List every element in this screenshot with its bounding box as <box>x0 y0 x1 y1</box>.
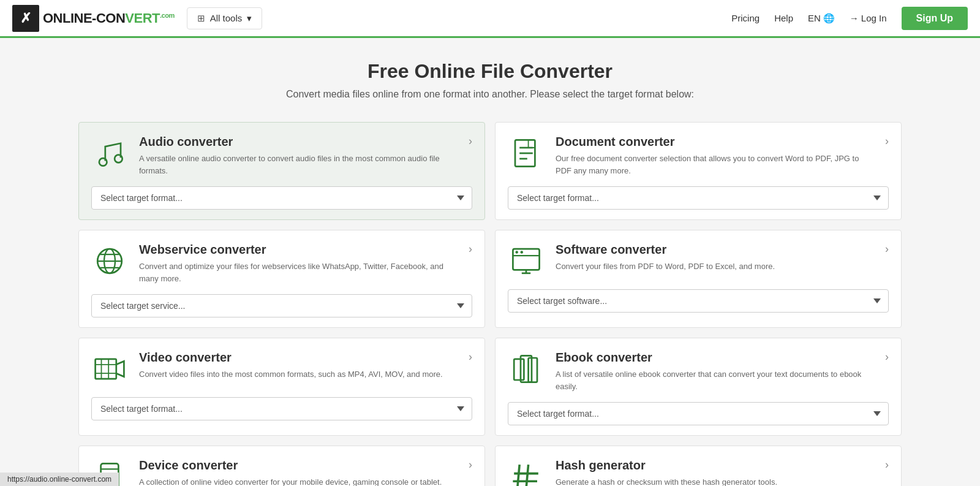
all-tools-button[interactable]: ⊞ All tools ▾ <box>187 7 263 29</box>
card-title: Hash generator <box>556 458 869 473</box>
webservice-icon <box>91 243 128 279</box>
chevron-right-icon: › <box>469 458 472 471</box>
svg-line-29 <box>518 465 520 486</box>
card-title: Document converter <box>556 135 869 149</box>
hash-icon <box>508 458 545 486</box>
all-tools-label: All tools <box>210 13 243 23</box>
pricing-link[interactable]: Pricing <box>731 13 760 23</box>
card-top: Ebook converter A list of versatile onli… <box>508 351 889 392</box>
hero-section: Free Online File Converter Convert media… <box>0 38 980 117</box>
globe-icon: 🌐 <box>823 13 835 24</box>
video-icon <box>91 351 128 387</box>
status-bar: https://audio.online-convert.com <box>0 473 119 486</box>
card-top: Audio converter A versatile online audio… <box>91 135 472 177</box>
card-desc: Generate a hash or checksum with these h… <box>556 476 869 486</box>
card-info: Hash generator Generate a hash or checks… <box>556 458 869 486</box>
card-title: Ebook converter <box>556 351 869 365</box>
page-title: Free Online File Converter <box>12 60 968 83</box>
nav-right: Pricing Help EN 🌐 → Log In Sign Up <box>731 7 968 30</box>
help-link[interactable]: Help <box>774 13 793 23</box>
svg-line-30 <box>526 465 529 486</box>
converter-card-device[interactable]: Device converter A collection of online … <box>78 446 485 486</box>
chevron-right-icon: › <box>469 243 472 256</box>
card-top: Software converter Convert your files fr… <box>508 243 889 279</box>
card-info: Audio converter A versatile online audio… <box>139 135 453 177</box>
card-top: Video converter Convert video files into… <box>91 351 472 387</box>
card-info: Software converter Convert your files fr… <box>556 243 869 273</box>
converter-card-hash[interactable]: Hash generator Generate a hash or checks… <box>495 446 902 486</box>
svg-point-15 <box>515 251 518 254</box>
chevron-down-icon: ▾ <box>247 13 252 24</box>
login-arrow-icon: → <box>850 13 859 23</box>
card-desc: A collection of online video converter f… <box>139 476 453 486</box>
card-info: Video converter Convert video files into… <box>139 351 453 381</box>
card-desc: Convert video files into the most common… <box>139 368 453 381</box>
card-top: Hash generator Generate a hash or checks… <box>508 458 889 486</box>
audio-format-select[interactable]: Select target format... <box>91 186 472 210</box>
audio-icon <box>91 135 128 172</box>
card-info: Ebook converter A list of versatile onli… <box>556 351 869 392</box>
video-format-select[interactable]: Select target format... <box>91 397 472 420</box>
card-desc: Convert and optimize your files for webs… <box>139 260 453 284</box>
card-title: Video converter <box>139 351 453 365</box>
chevron-right-icon: › <box>469 351 472 363</box>
chevron-right-icon: › <box>885 135 889 148</box>
converter-grid: Audio converter A versatile online audio… <box>61 117 919 486</box>
login-label: Log In <box>861 13 887 23</box>
converter-card-software[interactable]: Software converter Convert your files fr… <box>495 230 902 328</box>
chevron-right-icon: › <box>885 243 889 256</box>
card-top: Webservice converter Convert and optimiz… <box>91 243 472 284</box>
svg-point-0 <box>99 158 107 166</box>
logo-text: ONLINE-CONVERT.com <box>43 10 175 26</box>
card-desc: Our free document converter selection th… <box>556 153 869 177</box>
logo[interactable]: ✗ ONLINE-CONVERT.com <box>12 5 175 32</box>
ebook-icon <box>508 351 545 387</box>
logo-icon: ✗ <box>12 5 39 32</box>
converter-card-document[interactable]: Document converter Our free document con… <box>495 122 902 220</box>
login-button[interactable]: → Log In <box>850 13 887 23</box>
svg-rect-17 <box>96 359 116 379</box>
page-subtitle: Convert media files online from one form… <box>12 89 968 100</box>
converter-card-ebook[interactable]: Ebook converter A list of versatile onli… <box>495 338 902 436</box>
signup-button[interactable]: Sign Up <box>902 7 968 30</box>
chevron-right-icon: › <box>885 458 889 471</box>
converter-card-video[interactable]: Video converter Convert video files into… <box>78 338 485 436</box>
card-title: Webservice converter <box>139 243 453 257</box>
card-title: Audio converter <box>139 135 453 149</box>
card-title: Software converter <box>556 243 869 257</box>
ebook-format-select[interactable]: Select target format... <box>508 402 889 425</box>
svg-rect-24 <box>529 358 537 382</box>
svg-point-16 <box>521 251 524 254</box>
logo-highlight: VERT <box>125 10 160 26</box>
language-selector[interactable]: EN 🌐 <box>808 13 835 24</box>
card-top: Document converter Our free document con… <box>508 135 889 177</box>
svg-rect-22 <box>514 359 524 380</box>
software-format-select[interactable]: Select target software... <box>508 289 889 313</box>
card-desc: A list of versatile online ebook convert… <box>556 368 869 392</box>
webservice-format-select[interactable]: Select target service... <box>91 294 472 317</box>
status-url: https://audio.online-convert.com <box>7 475 111 484</box>
card-desc: A versatile online audio converter to co… <box>139 153 453 177</box>
header: ✗ ONLINE-CONVERT.com ⊞ All tools ▾ Prici… <box>0 0 980 38</box>
document-format-select[interactable]: Select target format... <box>508 186 889 210</box>
lang-label: EN <box>808 13 821 23</box>
chevron-right-icon: › <box>885 351 889 363</box>
software-icon <box>508 243 545 279</box>
card-info: Document converter Our free document con… <box>556 135 869 177</box>
card-top: Device converter A collection of online … <box>91 458 472 486</box>
svg-point-1 <box>115 155 123 163</box>
card-info: Webservice converter Convert and optimiz… <box>139 243 453 284</box>
logo-com: .com <box>160 11 175 18</box>
card-title: Device converter <box>139 458 453 473</box>
card-desc: Convert your files from PDF to Word, PDF… <box>556 260 869 273</box>
chevron-right-icon: › <box>469 135 472 148</box>
grid-icon: ⊞ <box>197 13 205 24</box>
converter-card-webservice[interactable]: Webservice converter Convert and optimiz… <box>78 230 485 328</box>
card-info: Device converter A collection of online … <box>139 458 453 486</box>
converter-card-audio[interactable]: Audio converter A versatile online audio… <box>78 122 485 220</box>
document-icon <box>508 135 545 172</box>
